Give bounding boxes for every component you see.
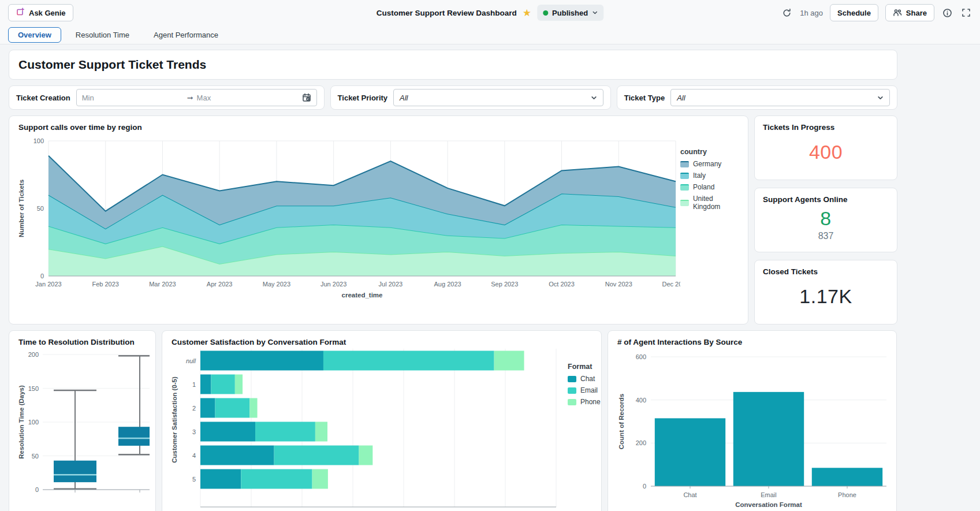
svg-text:Apr 2023: Apr 2023 [207,281,233,288]
tab-agent-performance[interactable]: Agent Performance [144,27,228,43]
top-bar: Ask Genie Customer Support Review Dashbo… [0,0,980,25]
svg-text:Email: Email [761,491,777,498]
legend-label: Phone [580,398,601,406]
svg-text:200: 200 [28,351,39,358]
svg-text:5: 5 [192,476,196,483]
svg-text:0: 0 [40,273,44,279]
chart-title: Support calls over time by region [18,123,742,132]
svg-text:150: 150 [28,385,39,392]
svg-text:Aug 2023: Aug 2023 [434,281,461,288]
refresh-icon [782,8,792,18]
filter-ticket-type: Ticket Type All [617,85,897,110]
legend-label: Chat [580,375,595,383]
info-button[interactable] [941,7,953,19]
publish-status-dropdown[interactable]: Published [537,5,603,21]
svg-text:200: 200 [636,439,646,446]
legend-item[interactable]: Email [568,386,601,394]
svg-text:2: 2 [192,405,196,412]
svg-text:Dec 2023: Dec 2023 [662,281,680,288]
info-icon [942,8,952,18]
svg-text:Count of Records: Count of Records [618,394,625,449]
legend-item[interactable]: Poland [680,183,742,191]
kpi-value: 8 [820,207,831,230]
support-agents-online-card: Support Agents Online 8 837 [754,188,897,252]
svg-text:1: 1 [192,381,196,388]
svg-text:3: 3 [192,428,196,435]
svg-text:Customer Satisfaction (0-5): Customer Satisfaction (0-5) [171,376,178,463]
fullscreen-button[interactable] [960,7,972,18]
svg-text:Feb 2023: Feb 2023 [92,281,118,288]
kpi-title: Closed Tickets [763,267,889,276]
kpi-value: 400 [809,141,843,163]
agent-interactions-bar-chart: 0200400600ChatEmailPhoneConversation For… [615,346,890,511]
range-arrow-icon: ➞ [187,94,193,102]
tab-resolution-time[interactable]: Resolution Time [66,27,139,43]
svg-text:Conversation Format: Conversation Format [735,501,802,508]
share-button[interactable]: Share [885,4,934,21]
svg-text:null: null [186,357,196,364]
svg-text:May 2023: May 2023 [263,281,290,288]
svg-text:4: 4 [192,452,196,459]
kpi-column: Tickets In Progress 400 Support Agents O… [754,115,897,324]
ask-genie-button[interactable]: Ask Genie [8,4,73,21]
kpi-secondary-value: 837 [818,231,834,241]
country-legend: countryGermanyItalyPolandUnited Kingdom [680,132,742,307]
last-refreshed-text: 1h ago [800,9,823,17]
refresh-button[interactable] [781,7,793,19]
genie-icon [16,8,25,18]
ticket-priority-select[interactable]: All [393,89,603,106]
svg-text:Jul 2023: Jul 2023 [379,281,403,288]
resolution-time-boxplot: 050100150200Resolution Time (Days) [16,346,150,511]
tab-overview[interactable]: Overview [8,27,61,43]
legend-item[interactable]: Germany [680,160,742,168]
kpi-value: 1.17K [799,285,852,308]
share-label: Share [906,9,927,17]
legend-swatch [568,399,576,405]
svg-text:Mar 2023: Mar 2023 [149,281,176,288]
date-min-input[interactable] [82,94,184,102]
svg-text:100: 100 [33,137,44,144]
dashboard-canvas: Customer Support Ticket Trends Ticket Cr… [0,44,901,511]
svg-text:600: 600 [636,353,646,360]
calendar-clock-icon[interactable] [302,93,311,102]
chevron-down-icon [592,10,598,16]
published-dot-icon [543,10,548,16]
support-calls-chart-card: Support calls over time by region 050100… [9,115,748,324]
ticket-type-select[interactable]: All [670,89,890,106]
selected-value: All [400,94,586,102]
chart-title: Time to Resolution Distribution [18,338,150,346]
kpi-title: Tickets In Progress [763,123,889,132]
legend-swatch [680,173,689,179]
format-legend: FormatChatEmailPhone [568,346,601,511]
filter-row: Ticket Creation ➞ Ticket Priority All Ti… [9,85,897,110]
legend-item[interactable]: Italy [680,171,742,180]
satisfaction-chart-card: Customer Satisfaction by Conversation Fo… [162,330,602,511]
legend-title: country [680,148,742,156]
ask-genie-label: Ask Genie [29,9,66,17]
date-max-input[interactable] [197,94,299,102]
agent-interactions-card: # of Agent Interactions By Source 020040… [608,330,897,511]
filter-label: Ticket Type [624,94,665,102]
svg-text:Nov 2023: Nov 2023 [605,281,632,288]
closed-tickets-card: Closed Tickets 1.17K [754,260,897,324]
schedule-label: Schedule [837,9,871,17]
chart-title: Customer Satisfaction by Conversation Fo… [172,338,595,346]
legend-swatch [568,376,576,382]
legend-label: Italy [693,171,706,180]
schedule-button[interactable]: Schedule [830,4,878,21]
favorite-star-icon[interactable]: ★ [523,8,531,18]
legend-item[interactable]: Chat [568,375,601,383]
date-range-input[interactable]: ➞ [76,89,317,106]
chevron-down-icon [591,95,597,101]
tickets-in-progress-card: Tickets In Progress 400 [754,115,897,180]
svg-text:50: 50 [37,205,44,212]
svg-text:Resolution Time (Days): Resolution Time (Days) [18,385,25,459]
dashboard-tabs: Overview Resolution Time Agent Performan… [0,25,980,44]
svg-text:Jan 2023: Jan 2023 [35,281,61,288]
legend-item[interactable]: United Kingdom [680,195,742,211]
support-calls-area-chart: 050100Jan 2023Feb 2023Mar 2023Apr 2023Ma… [16,132,680,307]
legend-label: Email [580,386,598,394]
svg-text:created_time: created_time [342,292,383,299]
legend-item[interactable]: Phone [568,398,601,406]
svg-text:Oct 2023: Oct 2023 [549,281,575,288]
